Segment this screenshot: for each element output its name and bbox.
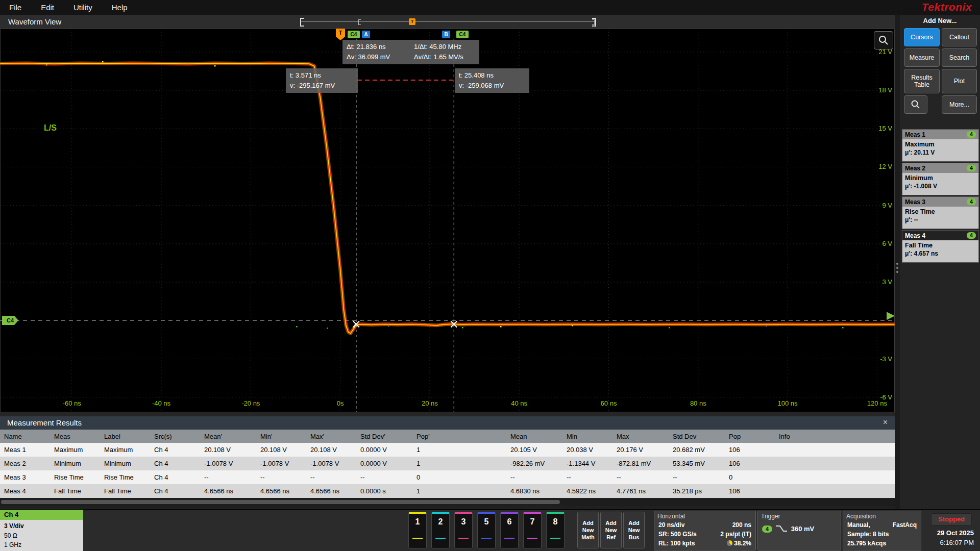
results-cell: Rise Time <box>100 470 150 484</box>
results-cell: 4.6566 ns <box>256 484 306 498</box>
add-new-ref-button[interactable]: Add New Ref <box>600 512 622 548</box>
close-icon[interactable]: × <box>883 418 888 427</box>
measurement-badge-header: Meas 1 4 <box>902 130 978 139</box>
add-math-line: New <box>582 527 594 534</box>
results-column-header: Min <box>562 430 612 443</box>
results-cell <box>775 484 895 498</box>
menu-edit[interactable]: Edit <box>41 3 54 12</box>
graticule[interactable]: T C4 A B C4 Δt: 21.836 ns 1/Δt: 45.80 MH… <box>0 29 895 412</box>
navigator-window-left-icon[interactable] <box>358 19 361 25</box>
results-column-header: Std Dev' <box>356 430 412 443</box>
add-ref-line: Add <box>605 519 616 527</box>
measure-button[interactable]: Measure <box>904 48 940 67</box>
navigator-trigger-icon[interactable]: T <box>409 18 415 25</box>
search-button[interactable]: Search <box>942 48 977 67</box>
results-column-header: Max' <box>306 430 356 443</box>
channel-6-button[interactable]: 6 <box>500 512 519 548</box>
results-cell: -- <box>356 470 412 484</box>
channel-8-button[interactable]: 8 <box>546 512 565 548</box>
navigator-window-right-icon[interactable] <box>592 19 595 25</box>
results-scrollbar-thumb[interactable] <box>1 500 560 504</box>
acquisition-count: 25.795 kAcqs <box>847 540 886 547</box>
plot-button[interactable]: Plot <box>942 69 977 93</box>
trigger-panel[interactable]: Trigger 4 360 mV <box>757 511 841 550</box>
horizontal-title: Horizontal <box>657 513 685 520</box>
results-cell: -1.0078 V <box>306 457 356 470</box>
results-cell: 53.345 mV <box>669 457 725 470</box>
menu-help[interactable]: Help <box>112 3 128 12</box>
measurement-badge[interactable]: Meas 4 4 Fall Time μ': 4.657 ns <box>902 230 979 263</box>
add-bus-line: Add <box>628 519 639 527</box>
results-scrollbar[interactable] <box>0 498 895 506</box>
horizontal-position-navigator[interactable]: T <box>300 17 596 26</box>
measurement-mean-value: μ': 4.657 ns <box>902 249 978 258</box>
measurement-badge[interactable]: Meas 1 4 Maximum μ': 20.11 V <box>902 129 979 162</box>
channel-trace-preview <box>550 538 560 539</box>
cursor-a-badge[interactable]: A <box>362 31 370 38</box>
compression-percent: 38.2% <box>727 540 751 547</box>
channel-2-button[interactable]: 2 <box>431 512 450 548</box>
zoom-tool-button[interactable] <box>904 95 927 114</box>
bottom-settings-bar: Ch 4 3 V/div 50 Ω 1 GHz 1235678 Add New … <box>0 509 980 551</box>
trigger-position-marker[interactable]: T <box>336 29 345 37</box>
cursor-b-badge[interactable]: B <box>442 31 450 38</box>
add-new-math-button[interactable]: Add New Math <box>577 512 599 548</box>
callout-button[interactable]: Callout <box>942 28 977 46</box>
cursor-a-readout: t: 3.571 ns v: -295.167 mV <box>286 68 358 93</box>
results-cell: 0 <box>725 470 775 484</box>
waveform-plot <box>0 29 895 412</box>
measurement-source-badge: 4 <box>967 198 976 205</box>
splitter-handle-icon <box>896 271 898 273</box>
results-cell: -- <box>200 470 256 484</box>
channel-5-button[interactable]: 5 <box>477 512 496 548</box>
menu-file[interactable]: File <box>9 3 21 12</box>
results-cell: -1.0078 V <box>200 457 256 470</box>
results-cell: 4.6566 ns <box>200 484 256 498</box>
results-cell: 20.176 V <box>612 443 669 457</box>
add-new-bus-button[interactable]: Add New Bus <box>623 512 645 548</box>
results-title: Measurement Results <box>7 418 82 427</box>
measurement-type: Fall Time <box>902 240 978 249</box>
channel-3-button[interactable]: 3 <box>454 512 473 548</box>
zoom-overview-button[interactable] <box>874 31 893 49</box>
results-row[interactable]: Meas 1MaximumMaximumCh 420.108 V20.108 V… <box>0 443 895 457</box>
run-stop-status: Stopped <box>931 513 972 525</box>
results-row[interactable]: Meas 3Rise TimeRise TimeCh 4--------0---… <box>0 470 895 484</box>
more-button[interactable]: More... <box>942 95 977 114</box>
results-cell: -1.0078 V <box>256 457 306 470</box>
navigator-left-bracket-icon[interactable] <box>300 18 304 27</box>
magnifier-icon <box>911 99 921 110</box>
acquisition-panel[interactable]: Acquisition Manual, FastAcq Sample: 8 bi… <box>843 511 921 550</box>
results-row[interactable]: Meas 2MinimumMinimumCh 4-1.0078 V-1.0078… <box>0 457 895 470</box>
channel-number: 7 <box>524 517 541 527</box>
add-math-line: Add <box>582 519 593 527</box>
menu-utility[interactable]: Utility <box>74 3 92 12</box>
results-cell: 35.218 ps <box>669 484 725 498</box>
results-cell: 1 <box>412 484 455 498</box>
results-row[interactable]: Meas 4Fall TimeFall TimeCh 44.6566 ns4.6… <box>0 484 895 498</box>
channel-1-button[interactable]: 1 <box>408 512 427 548</box>
results-titlebar: Measurement Results × <box>0 416 895 430</box>
channel-4-impedance: 50 Ω <box>4 531 83 541</box>
horizontal-panel[interactable]: Horizontal 20 ns/div 200 ns SR: 500 GS/s… <box>654 511 756 550</box>
measurement-badge[interactable]: Meas 2 4 Minimum μ': -1.008 V <box>902 163 979 195</box>
results-cell: 0.0000 V <box>356 443 412 457</box>
horizontal-window: 200 ns <box>732 521 751 529</box>
progress-pie-icon <box>727 540 732 546</box>
channel-4-badge[interactable]: Ch 4 3 V/div 50 Ω 1 GHz <box>0 510 83 551</box>
results-table-button[interactable]: Results Table <box>904 69 940 93</box>
measurement-badge[interactable]: Meas 3 4 Rise Time μ': -- <box>902 196 979 229</box>
channel-7-button[interactable]: 7 <box>523 512 542 548</box>
results-cell: Minimum <box>100 457 150 470</box>
results-cell: 0.0000 V <box>356 457 412 470</box>
results-column-header: Info <box>775 430 895 443</box>
resolution: 2 ps/pt (IT) <box>720 531 751 538</box>
channel-color-line <box>547 512 564 514</box>
results-cell: Meas 2 <box>0 457 50 470</box>
cursors-button[interactable]: Cursors <box>904 28 940 46</box>
channel-color-line <box>501 512 518 514</box>
callout-text[interactable]: L/S <box>44 123 57 133</box>
results-column-header: Src(s) <box>150 430 200 443</box>
panel-splitter[interactable] <box>895 15 900 509</box>
results-cell: Meas 3 <box>0 470 50 484</box>
